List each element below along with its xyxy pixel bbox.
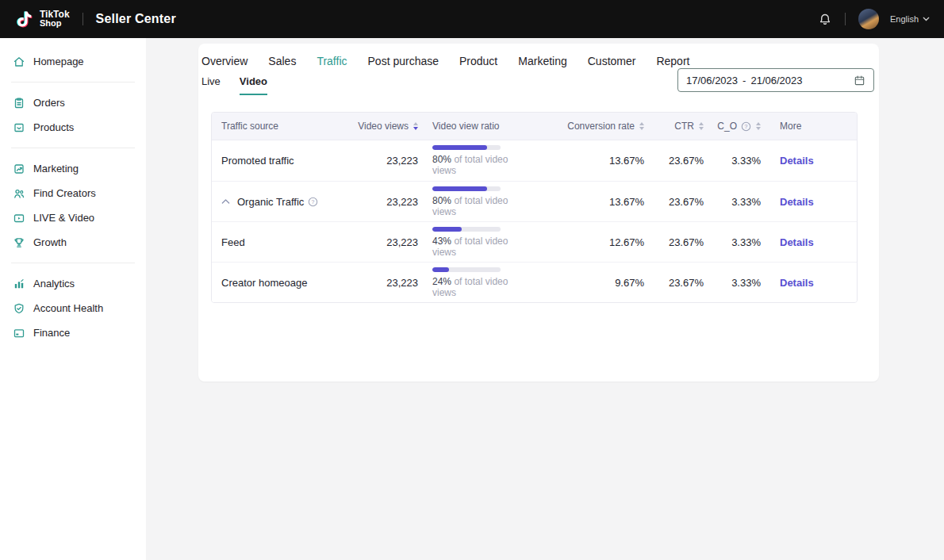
cell-c-o: 3.33% bbox=[704, 155, 761, 167]
tab-overview[interactable]: Overview bbox=[201, 55, 248, 67]
tab-marketing[interactable]: Marketing bbox=[518, 55, 566, 67]
sidebar-item-label: Products bbox=[33, 121, 74, 133]
cell-ctr: 23.67% bbox=[644, 155, 704, 167]
cell-conversion-rate: 13.67% bbox=[517, 196, 644, 208]
tab-product[interactable]: Product bbox=[459, 55, 497, 67]
cell-video-views: 23,223 bbox=[351, 236, 418, 248]
tab-customer[interactable]: Customer bbox=[588, 55, 636, 67]
main-tabs: Overview Sales Traffic Post purchase Pro… bbox=[201, 55, 689, 67]
cell-conversion-rate: 12.67% bbox=[517, 236, 644, 248]
cell-conversion-rate: 13.67% bbox=[517, 155, 644, 167]
ratio-bar bbox=[432, 145, 501, 150]
sidebar-item-growth[interactable]: Growth bbox=[0, 230, 146, 255]
avatar[interactable] bbox=[858, 9, 879, 29]
topbar-divider bbox=[845, 13, 846, 25]
finance-icon bbox=[13, 327, 25, 339]
app-root: TikTok Shop Seller Center English bbox=[0, 0, 944, 560]
topbar: TikTok Shop Seller Center English bbox=[0, 0, 944, 38]
col-video-views: Video views bbox=[351, 121, 418, 132]
app-title: Seller Center bbox=[96, 12, 176, 26]
details-link[interactable]: Details bbox=[780, 155, 814, 167]
date-end: 21/06/2023 bbox=[750, 75, 802, 86]
cell-video-views: 23,223 bbox=[351, 155, 418, 167]
analytics-icon bbox=[13, 278, 25, 290]
sidebar-item-marketing[interactable]: Marketing bbox=[0, 156, 146, 181]
bell-icon[interactable] bbox=[818, 12, 832, 26]
sidebar-item-finance[interactable]: Finance bbox=[0, 320, 146, 345]
sidebar-item-label: Find Creators bbox=[33, 187, 96, 199]
sidebar-item-label: Orders bbox=[33, 97, 65, 109]
question-circle-icon[interactable]: ? bbox=[308, 197, 318, 207]
cell-traffic-source: Feed bbox=[212, 236, 351, 248]
sidebar-item-label: LIVE & Video bbox=[33, 212, 94, 224]
sidebar-item-live-video[interactable]: LIVE & Video bbox=[0, 205, 146, 230]
date-start: 17/06/2023 bbox=[686, 75, 738, 86]
calendar-icon bbox=[854, 75, 865, 86]
sidebar: Homepage Orders Products bbox=[0, 38, 146, 560]
subtab-live[interactable]: Live bbox=[201, 75, 221, 95]
ratio-bar bbox=[432, 227, 501, 232]
date-range-picker[interactable]: 17/06/2023 - 21/06/2023 bbox=[677, 68, 874, 92]
chevron-up-icon[interactable] bbox=[221, 198, 230, 205]
sidebar-item-homepage[interactable]: Homepage bbox=[0, 49, 146, 74]
main-content: Overview Sales Traffic Post purchase Pro… bbox=[146, 38, 944, 560]
sidebar-item-find-creators[interactable]: Find Creators bbox=[0, 181, 146, 205]
brand-text: TikTok Shop bbox=[40, 10, 70, 28]
account-health-icon bbox=[13, 302, 25, 315]
table-header-row: Traffic source Video views Video view ra… bbox=[212, 113, 857, 140]
cell-traffic-source: Organic Traffic ? bbox=[212, 196, 351, 208]
sidebar-item-account-health[interactable]: Account Health bbox=[0, 296, 146, 320]
tab-post-purchase[interactable]: Post purchase bbox=[368, 55, 439, 67]
analytics-card: Overview Sales Traffic Post purchase Pro… bbox=[198, 44, 879, 382]
sidebar-divider bbox=[11, 82, 135, 82]
language-selector[interactable]: English bbox=[890, 14, 930, 24]
orders-icon bbox=[13, 97, 25, 109]
cell-conversion-rate: 9.67% bbox=[517, 277, 644, 289]
cell-more: Details bbox=[761, 277, 857, 289]
table-row: Organic Traffic ? 23,223 80% of total vi… bbox=[212, 181, 857, 221]
details-link[interactable]: Details bbox=[780, 196, 814, 208]
cell-video-view-ratio: 80% of total video views bbox=[418, 145, 517, 176]
col-conversion-rate: Conversion rate bbox=[517, 121, 644, 132]
col-c-o: C_O ? bbox=[704, 121, 761, 132]
cell-video-view-ratio: 80% of total video views bbox=[418, 186, 517, 217]
language-label: English bbox=[890, 14, 919, 24]
details-link[interactable]: Details bbox=[780, 236, 814, 248]
ratio-bar bbox=[432, 267, 501, 272]
col-ctr: CTR bbox=[644, 121, 704, 132]
find-creators-icon bbox=[13, 187, 25, 200]
sidebar-item-products[interactable]: Products bbox=[0, 115, 146, 140]
ratio-bar bbox=[432, 186, 501, 191]
subtab-video[interactable]: Video bbox=[240, 75, 267, 95]
chevron-down-icon bbox=[923, 17, 930, 21]
cell-ctr: 23.67% bbox=[644, 277, 704, 289]
sidebar-item-orders[interactable]: Orders bbox=[0, 90, 146, 115]
svg-text:?: ? bbox=[745, 124, 748, 129]
cell-c-o: 3.33% bbox=[704, 196, 761, 208]
growth-icon bbox=[13, 236, 25, 249]
products-icon bbox=[13, 121, 25, 134]
table-row: Promoted traffic 23,223 80% of total vid… bbox=[212, 140, 857, 181]
question-circle-icon[interactable]: ? bbox=[741, 121, 751, 132]
home-icon bbox=[13, 56, 25, 68]
cell-video-views: 23,223 bbox=[351, 196, 418, 208]
topbar-right: English bbox=[818, 9, 930, 29]
brand-logo[interactable]: TikTok Shop bbox=[14, 9, 70, 29]
cell-video-view-ratio: 24% of total video views bbox=[418, 267, 517, 298]
tiktok-logo-icon bbox=[14, 9, 35, 29]
topbar-divider bbox=[83, 13, 83, 25]
tab-sales[interactable]: Sales bbox=[268, 55, 296, 67]
cell-more: Details bbox=[761, 155, 857, 167]
live-video-icon bbox=[13, 212, 25, 224]
cell-c-o: 3.33% bbox=[704, 236, 761, 248]
cell-ctr: 23.67% bbox=[644, 236, 704, 248]
tab-report[interactable]: Report bbox=[656, 55, 689, 67]
sidebar-item-analytics[interactable]: Analytics bbox=[0, 271, 146, 296]
cell-more: Details bbox=[761, 196, 857, 208]
sidebar-item-label: Marketing bbox=[33, 163, 79, 175]
cell-video-views: 23,223 bbox=[351, 277, 418, 289]
sidebar-divider bbox=[11, 148, 135, 148]
tab-traffic[interactable]: Traffic bbox=[317, 55, 347, 67]
sidebar-item-label: Finance bbox=[33, 327, 70, 339]
details-link[interactable]: Details bbox=[780, 277, 814, 289]
